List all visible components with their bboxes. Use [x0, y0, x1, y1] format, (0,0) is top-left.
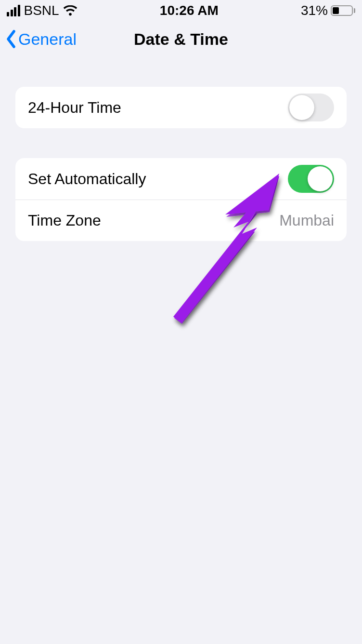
back-label: General — [18, 30, 77, 49]
row-label: Time Zone — [28, 212, 101, 229]
status-time: 10:26 AM — [160, 3, 219, 18]
battery-icon — [331, 5, 355, 16]
row-24-hour-time[interactable]: 24-Hour Time — [15, 87, 347, 128]
row-label: Set Automatically — [28, 170, 146, 188]
time-zone-value: Mumbai — [279, 212, 334, 229]
row-time-zone[interactable]: Time Zone Mumbai — [15, 200, 347, 241]
status-left: BSNL — [7, 3, 78, 18]
settings-group-auto: Set Automatically Time Zone Mumbai — [15, 158, 347, 241]
row-label: 24-Hour Time — [28, 99, 121, 117]
wifi-icon — [63, 5, 78, 16]
battery-percent: 31% — [301, 3, 328, 18]
back-button[interactable]: General — [0, 29, 77, 49]
cell-signal-icon — [7, 5, 20, 16]
switch-24-hour-time[interactable] — [288, 94, 334, 121]
settings-group-display: 24-Hour Time — [15, 87, 347, 128]
carrier-label: BSNL — [24, 3, 59, 18]
row-set-automatically[interactable]: Set Automatically — [15, 158, 347, 200]
status-bar: BSNL 10:26 AM 31% — [0, 0, 362, 21]
status-right: 31% — [301, 3, 355, 18]
switch-set-automatically[interactable] — [288, 165, 334, 193]
nav-bar: General Date & Time — [0, 21, 362, 57]
chevron-left-icon — [5, 29, 17, 49]
